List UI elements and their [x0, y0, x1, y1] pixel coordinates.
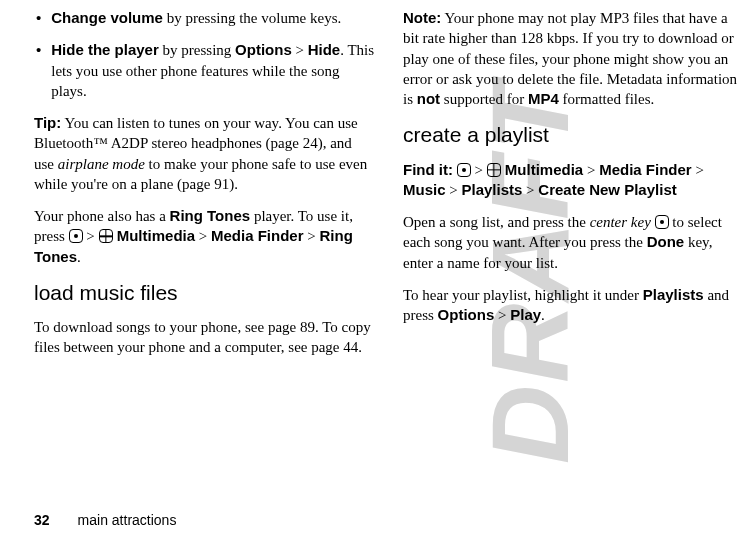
- period: .: [77, 249, 81, 265]
- gt-c: >: [692, 162, 704, 178]
- playlists: Playlists: [461, 181, 522, 198]
- bullet-dot-icon: •: [36, 40, 41, 60]
- gt-d: >: [446, 182, 462, 198]
- note-p3: formatted files.: [559, 91, 654, 107]
- center-key-icon: [655, 215, 669, 229]
- gt1: >: [83, 228, 99, 244]
- p1: Your phone also has a: [34, 208, 170, 224]
- page-footer: 32main attractions: [34, 511, 176, 530]
- gt: >: [292, 42, 308, 58]
- ringtones-paragraph: Your phone also has a Ring Tones player.…: [34, 206, 375, 267]
- open-p1: Open a song list, and press the: [403, 214, 590, 230]
- hear-paragraph: To hear your playlist, highlight it unde…: [403, 285, 744, 326]
- menu-icon: [99, 229, 113, 243]
- play-label: Play: [510, 306, 541, 323]
- findit-paragraph: Find it: > Multimedia > Media Finder > M…: [403, 160, 744, 201]
- center-key-icon: [69, 229, 83, 243]
- create-new-playlist: Create New Playlist: [538, 181, 676, 198]
- note-paragraph: Note: Your phone may not play MP3 files …: [403, 8, 744, 109]
- section-name: main attractions: [78, 512, 177, 528]
- gt-e: >: [522, 182, 538, 198]
- gt-play: >: [494, 307, 510, 323]
- music: Music: [403, 181, 446, 198]
- mp4-bold: MP4: [528, 90, 559, 107]
- gt-a: >: [471, 162, 487, 178]
- tip-label: Tip:: [34, 114, 61, 131]
- tip-paragraph: Tip: You can listen to tunes on your way…: [34, 113, 375, 194]
- options-label: Options: [438, 306, 495, 323]
- rest-text: by pressing the volume keys.: [163, 10, 341, 26]
- bold-lead: Hide the player: [51, 41, 159, 58]
- open-paragraph: Open a song list, and press the center k…: [403, 212, 744, 273]
- gt-b: >: [583, 162, 599, 178]
- not-bold: not: [417, 90, 440, 107]
- note-p2: supported for: [440, 91, 528, 107]
- media-finder: Media Finder: [211, 227, 304, 244]
- mid: by pressing: [159, 42, 235, 58]
- bullet-hide-player: • Hide the player by pressing Options > …: [34, 40, 375, 101]
- hide-label: Hide: [308, 41, 341, 58]
- airplane-mode: airplane mode: [58, 156, 145, 172]
- bold-lead: Change volume: [51, 9, 163, 26]
- period: .: [541, 307, 545, 323]
- center-key-italic: center key: [590, 214, 651, 230]
- heading-create-playlist: create a playlist: [403, 121, 744, 149]
- menu-icon: [487, 163, 501, 177]
- multimedia: Multimedia: [113, 227, 196, 244]
- right-column: Note: Your phone may not play MP3 files …: [403, 8, 744, 370]
- page-number: 32: [34, 512, 50, 528]
- left-column: • Change volume by pressing the volume k…: [34, 8, 375, 370]
- bullet-change-volume: • Change volume by pressing the volume k…: [34, 8, 375, 28]
- multimedia: Multimedia: [501, 161, 584, 178]
- media-finder: Media Finder: [599, 161, 692, 178]
- ring-tones: Ring Tones: [170, 207, 251, 224]
- hear-p1: To hear your playlist, highlight it unde…: [403, 287, 643, 303]
- bullet-dot-icon: •: [36, 8, 41, 28]
- bullet-text: Hide the player by pressing Options > Hi…: [51, 40, 375, 101]
- load-music-paragraph: To download songs to your phone, see pag…: [34, 317, 375, 358]
- options-label: Options: [235, 41, 292, 58]
- done-key: Done: [647, 233, 685, 250]
- gt2: >: [195, 228, 211, 244]
- center-key-icon: [457, 163, 471, 177]
- heading-load-music: load music files: [34, 279, 375, 307]
- findit-label: Find it:: [403, 161, 453, 178]
- gt3: >: [304, 228, 320, 244]
- bullet-text: Change volume by pressing the volume key…: [51, 8, 375, 28]
- playlists-label: Playlists: [643, 286, 704, 303]
- page-columns: • Change volume by pressing the volume k…: [34, 8, 744, 370]
- note-label: Note:: [403, 9, 441, 26]
